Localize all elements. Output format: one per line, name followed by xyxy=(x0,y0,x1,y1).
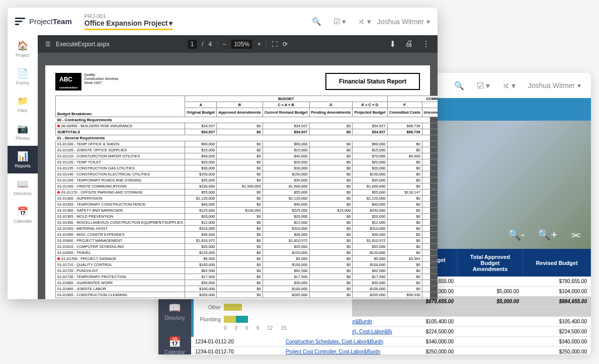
table-row: 01-01110 - CONSTURCTION WATER UTILITIES$… xyxy=(56,153,438,159)
username-label: Joshua Witmer xyxy=(377,18,424,26)
book-icon: 📖 xyxy=(17,178,28,190)
sidebar-item-forms[interactable]: 📄Forms xyxy=(8,63,38,90)
company-tagline: Quality Construction Services Since 1927 xyxy=(84,73,118,85)
table-row: 01-01610 - COMPUTER SCHEDULING$35,000$0$… xyxy=(56,244,438,250)
report-table: Budget BreakdownBUDGETCOMMITMENTS+/-ABC … xyxy=(55,96,438,298)
sidebar: 🏠Project📄Forms📁Files📷Photos📊Reports📖Dire… xyxy=(8,35,38,299)
sidebar-label: Calendar xyxy=(164,349,185,355)
chart-axis: 03691215 xyxy=(194,325,352,331)
report-title: Financial Status Report xyxy=(325,73,420,90)
table-row: 01-01135 - CONSTRUCTION GAS UTILITIES$30… xyxy=(56,165,438,171)
sidebar-label: Files xyxy=(18,108,27,113)
svg-rect-1 xyxy=(15,21,22,22)
sidebar-label: Photos xyxy=(16,136,30,141)
zoom-out-button[interactable]: − xyxy=(222,41,226,48)
dashboard-icon: 📊 xyxy=(17,151,28,162)
app-logo-icon xyxy=(15,18,25,26)
topbar: ProjectTeam PRJ-001 Office Expansion Pro… xyxy=(8,8,438,35)
folder-icon: 📁 xyxy=(17,96,28,107)
sidebar-label: Reports xyxy=(15,163,31,168)
table-row: 01-01700 - PROJECT SIGNAGE$5,000$0$5,000… xyxy=(56,256,438,262)
table-row: 01-01800 - GUARANTEE WORK$30,000$0$30,00… xyxy=(56,280,438,286)
project-selector[interactable]: PRJ-001 Office Expansion Project▾ xyxy=(84,13,173,30)
table-row: 00-00950 - BUILDERS RISK INSURANCE$34,92… xyxy=(56,123,438,129)
user-menu[interactable]: Joshua Witmer ▾ xyxy=(528,81,581,89)
table-row: 01-01150 - TEMPORARY ROADS AND STAGING$3… xyxy=(56,177,438,184)
front-window: ProjectTeam PRJ-001 Office Expansion Pro… xyxy=(8,8,438,299)
table-row: 01-01450 - MISC CONSTR EXPENSES$36,000$0… xyxy=(56,232,438,238)
rotate-icon[interactable]: ⟳ xyxy=(283,41,288,48)
app-logo-text: ProjectTeam xyxy=(29,17,72,26)
company-logo: ABC construction xyxy=(55,73,81,90)
book-icon: 📖 xyxy=(168,302,181,314)
table-row: 01-01420 - MATERIAL HOIST$310,000$0$310,… xyxy=(56,226,438,232)
svg-rect-0 xyxy=(15,18,25,19)
home-icon: 🏠 xyxy=(17,40,28,51)
zoom-level[interactable]: 105% xyxy=(231,40,252,49)
table-row: 01-01360 - SAFETY AND BARRICADE$125,000$… xyxy=(56,208,438,214)
table-row: 01-01400 - MISCELLANEOUS CONSTRUCTION EQ… xyxy=(56,220,438,226)
sidebar-item-calendar[interactable]: 📅Calendar xyxy=(8,201,38,229)
table-row: 01-01600 - PROJECT MANAGEMENT$1,810,972$… xyxy=(56,238,438,244)
more-icon[interactable]: ⋮ xyxy=(422,39,430,49)
table-row: 01-01710 - QUALITY CONTROL$100,000$0$100… xyxy=(56,262,438,268)
table-row: 01-01100 - TEMP OFFICE & SHEDS$90,000$0$… xyxy=(56,141,438,147)
sidebar-label: Directory xyxy=(14,191,32,196)
download-icon[interactable]: ⬇ xyxy=(389,39,396,49)
sidebar-item-directory[interactable]: 📖Directory xyxy=(8,173,38,201)
sidebar-label: Forms xyxy=(16,80,29,85)
chart-row: Other xyxy=(194,301,352,313)
sidebar-label: Calendar xyxy=(14,219,32,224)
table-row: 01-01300 - SUPERVISION$1,120,000$0$1,120… xyxy=(56,196,438,202)
fit-page-icon[interactable]: ⛶ xyxy=(272,41,278,48)
chart-row: Plumbing xyxy=(194,313,352,325)
camera-icon: 📷 xyxy=(17,123,28,134)
shuffle-icon[interactable]: ⤭ ▾ xyxy=(502,81,515,90)
table-row: 01-01170 - OFFSITE PARKING AND STORAGE$5… xyxy=(56,190,438,196)
table-row: 01-01900 - JOBSITE LABOR$100,000$0$100,0… xyxy=(56,286,438,292)
pdf-page: ABC construction Quality Construction Se… xyxy=(45,65,430,299)
sidebar-item-reports[interactable]: 📊Reports xyxy=(8,146,38,173)
sidebar-item-project[interactable]: 🏠Project xyxy=(8,35,38,63)
search-icon[interactable]: 🔍 xyxy=(312,17,321,26)
project-name: Office Expansion Project▾ xyxy=(84,19,173,27)
table-row: 01-01720 - PUNCHLIST$92,500$0$92,500$0$9… xyxy=(56,268,438,274)
table-row: 1234-01-0112-20Construction Schedules, C… xyxy=(191,337,591,347)
sidebar-item-photos[interactable]: 📷Photos xyxy=(8,118,38,146)
table-row: 01-01105 - JOBSITE OFFICE SUPPLIES$15,00… xyxy=(56,147,438,153)
svg-rect-2 xyxy=(15,24,19,25)
sidebar-item-directory[interactable]: 📖 Directory xyxy=(158,294,191,328)
menu-icon[interactable]: ☰ xyxy=(45,41,51,48)
sidebar-item-files[interactable]: 📁Files xyxy=(8,90,38,118)
sidebar-label: Project xyxy=(16,53,30,58)
pdf-filename: ExecuteExport.aspx xyxy=(56,41,110,48)
table-row: 01-01905 - CONSTRUCTION CLEANING$205,000… xyxy=(56,292,438,298)
page-separator: / xyxy=(202,41,203,48)
pdf-viewport[interactable]: ABC construction Quality Construction Se… xyxy=(38,53,438,299)
table-row: 01-01365 - MOLD PREVENTION$20,000$0$20,0… xyxy=(56,214,438,220)
col-revised-budget: Revised Budget xyxy=(523,249,591,277)
col-approved-amendments: Total Approved Budget Amendments xyxy=(458,249,523,277)
calendar-icon: 📅 xyxy=(168,336,181,348)
username-label: Joshua Witmer xyxy=(528,81,575,89)
zoom-in-button[interactable]: + xyxy=(258,41,261,48)
shuffle-icon[interactable]: ⤭ ▾ xyxy=(358,17,371,26)
table-row: 01-01160 - ONSITE COMMUNICATIONS$100,000… xyxy=(56,184,438,190)
zoom-in-icon[interactable]: 🔍+ xyxy=(537,228,557,241)
user-menu[interactable]: Joshua Witmer ▾ xyxy=(377,18,430,26)
table-row: 01-01320 - TEMPORARY CONSTRUCTION FENCE$… xyxy=(56,202,438,208)
print-icon[interactable]: 🖨 xyxy=(405,39,413,49)
sidebar-item-calendar[interactable]: 📅 Calendar xyxy=(158,328,191,362)
zoom-out-icon[interactable]: 🔍- xyxy=(507,228,525,241)
share-icon[interactable]: ⫘ xyxy=(570,228,581,241)
table-row: 01-01730 - TEMPORARY PROTECTION$17,500$0… xyxy=(56,274,438,280)
page-current[interactable]: 1 xyxy=(188,40,197,49)
table-row: 1234-01-0112-70Project Cost Controller, … xyxy=(191,347,591,354)
table-row: 01-01140 - CONSTRUCTION ELECTRICAL UTILI… xyxy=(56,171,438,177)
check-dropdown-icon[interactable]: ☑ ▾ xyxy=(333,17,346,26)
calendar-icon: 📅 xyxy=(17,206,28,217)
check-dropdown-icon[interactable]: ☑ ▾ xyxy=(477,81,490,90)
chevron-down-icon: ▾ xyxy=(169,19,173,27)
search-icon[interactable]: 🔍 xyxy=(454,81,464,90)
project-code: PRJ-001 xyxy=(84,13,173,19)
